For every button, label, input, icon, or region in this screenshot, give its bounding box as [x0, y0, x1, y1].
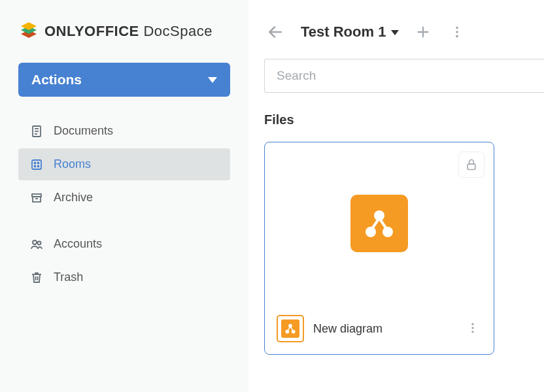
rooms-icon: [30, 158, 43, 171]
svg-line-30: [379, 218, 386, 229]
sidebar-item-label: Accounts: [54, 237, 102, 251]
sidebar-item-label: Documents: [54, 124, 113, 138]
arrow-left-icon: [267, 24, 284, 41]
svg-point-37: [471, 327, 473, 329]
diagram-icon: [284, 322, 297, 335]
chevron-down-icon: [208, 77, 217, 83]
svg-point-16: [38, 241, 41, 244]
sidebar-item-documents[interactable]: Documents: [18, 115, 230, 147]
sidebar-item-label: Archive: [54, 191, 93, 204]
sidebar-item-label: Rooms: [54, 157, 91, 171]
room-header: Test Room 1: [264, 21, 544, 43]
kebab-icon: [466, 321, 479, 335]
svg-point-27: [366, 227, 376, 237]
file-card[interactable]: New diagram: [264, 142, 494, 355]
files-grid: New diagram: [264, 142, 544, 355]
sidebar-item-rooms[interactable]: Rooms: [18, 148, 230, 180]
svg-line-35: [290, 327, 293, 331]
svg-line-34: [288, 327, 290, 331]
file-preview: [265, 142, 494, 304]
svg-point-8: [35, 162, 36, 163]
file-footer: New diagram: [265, 304, 494, 354]
brand-logo-icon: [18, 21, 39, 42]
brand-logo[interactable]: ONLYOFFICE DocSpace: [18, 21, 230, 42]
archive-icon: [30, 191, 43, 204]
svg-point-10: [35, 165, 36, 167]
sidebar-item-label: Trash: [54, 270, 83, 284]
svg-point-23: [456, 31, 459, 33]
svg-point-11: [38, 165, 39, 167]
kebab-icon: [450, 25, 464, 39]
header-menu-button[interactable]: [447, 22, 467, 42]
actions-button[interactable]: Actions: [18, 63, 230, 97]
plus-icon: [416, 25, 430, 39]
lock-badge[interactable]: [458, 152, 484, 178]
svg-rect-25: [468, 164, 475, 169]
sidebar-item-accounts[interactable]: Accounts: [18, 228, 230, 260]
main-content: Test Room 1 Files: [248, 0, 544, 392]
svg-point-32: [286, 330, 290, 334]
svg-rect-13: [33, 197, 41, 202]
svg-point-22: [456, 27, 459, 29]
room-title-dropdown[interactable]: Test Room 1: [301, 24, 399, 41]
sidebar-nav: Documents Rooms: [18, 115, 230, 293]
file-menu-button[interactable]: [464, 319, 482, 339]
actions-label: Actions: [31, 72, 82, 88]
svg-point-36: [471, 323, 473, 325]
files-heading: Files: [264, 112, 544, 127]
svg-line-29: [372, 218, 379, 229]
sidebar-item-trash[interactable]: Trash: [18, 261, 230, 293]
svg-point-24: [456, 35, 459, 38]
file-type-icon: [277, 315, 304, 342]
search-container: [264, 59, 544, 93]
search-input[interactable]: [264, 59, 544, 93]
trash-icon: [30, 271, 43, 284]
diagram-icon: [350, 195, 408, 252]
room-title: Test Room 1: [301, 24, 386, 41]
document-icon: [30, 125, 43, 138]
svg-point-9: [38, 162, 39, 163]
brand-logo-text: ONLYOFFICE DocSpace: [44, 23, 212, 40]
svg-rect-7: [32, 160, 41, 169]
add-button[interactable]: [413, 22, 433, 42]
lock-icon: [465, 158, 478, 171]
sidebar: ONLYOFFICE DocSpace Actions Documents: [0, 0, 248, 392]
svg-point-38: [471, 331, 473, 333]
back-button[interactable]: [264, 21, 286, 43]
svg-point-33: [292, 330, 296, 334]
chevron-down-icon: [391, 30, 399, 35]
svg-point-28: [382, 227, 393, 237]
file-name: New diagram: [313, 322, 454, 336]
sidebar-item-archive[interactable]: Archive: [18, 182, 230, 214]
accounts-icon: [30, 238, 43, 251]
svg-point-15: [33, 240, 37, 244]
